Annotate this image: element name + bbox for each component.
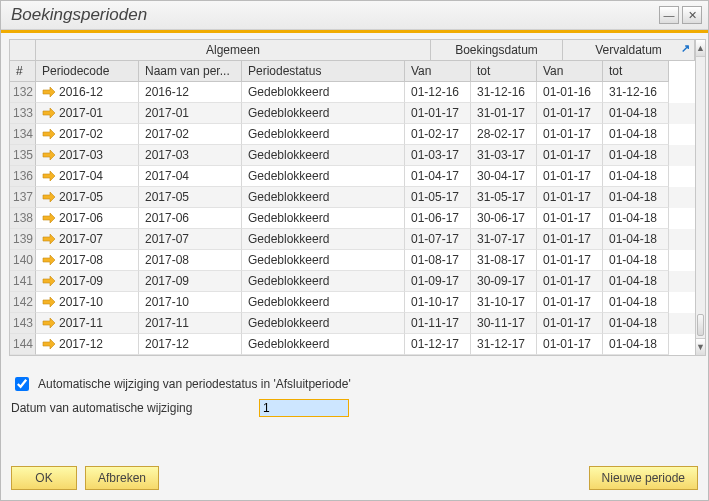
cell-boek-van[interactable]: 01-10-17 (405, 292, 471, 313)
col-boek-tot[interactable]: tot (471, 61, 537, 82)
table-row[interactable]: 1332017-012017-01Gedeblokkeerd01-01-1731… (10, 103, 695, 124)
cell-verval-tot[interactable]: 01-04-18 (603, 208, 669, 229)
scroll-up-button[interactable]: ▲ (696, 40, 705, 57)
drill-arrow-icon[interactable] (42, 170, 56, 182)
cell-verval-van[interactable]: 01-01-17 (537, 187, 603, 208)
cell-verval-tot[interactable]: 01-04-18 (603, 313, 669, 334)
cell-verval-van[interactable]: 01-01-17 (537, 250, 603, 271)
cell-boek-van[interactable]: 01-02-17 (405, 124, 471, 145)
cell-verval-tot[interactable]: 01-04-18 (603, 166, 669, 187)
cell-boek-tot[interactable]: 31-12-17 (471, 334, 537, 355)
cell-boek-tot[interactable]: 30-11-17 (471, 313, 537, 334)
cell-boek-tot[interactable]: 31-10-17 (471, 292, 537, 313)
cell-boek-tot[interactable]: 31-12-16 (471, 82, 537, 103)
cell-periodecode[interactable]: 2017-02 (36, 124, 139, 145)
table-row[interactable]: 1362017-042017-04Gedeblokkeerd01-04-1730… (10, 166, 695, 187)
drill-arrow-icon[interactable] (42, 86, 56, 98)
cell-periodecode[interactable]: 2017-10 (36, 292, 139, 313)
cell-periodename[interactable]: 2017-12 (139, 334, 242, 355)
cell-verval-tot[interactable]: 01-04-18 (603, 145, 669, 166)
cell-verval-van[interactable]: 01-01-16 (537, 82, 603, 103)
cell-periodestatus[interactable]: Gedeblokkeerd (242, 229, 405, 250)
col-verval-tot[interactable]: tot (603, 61, 669, 82)
cell-boek-tot[interactable]: 31-03-17 (471, 145, 537, 166)
cell-periodestatus[interactable]: Gedeblokkeerd (242, 103, 405, 124)
drill-arrow-icon[interactable] (42, 338, 56, 350)
cell-periodename[interactable]: 2017-04 (139, 166, 242, 187)
cell-boek-van[interactable]: 01-07-17 (405, 229, 471, 250)
cell-periodename[interactable]: 2017-09 (139, 271, 242, 292)
cell-boek-tot[interactable]: 31-01-17 (471, 103, 537, 124)
drill-arrow-icon[interactable] (42, 317, 56, 329)
cell-periodecode[interactable]: 2017-07 (36, 229, 139, 250)
cell-verval-tot[interactable]: 31-12-16 (603, 82, 669, 103)
cell-periodename[interactable]: 2017-05 (139, 187, 242, 208)
cell-verval-van[interactable]: 01-01-17 (537, 313, 603, 334)
cell-periodename[interactable]: 2017-11 (139, 313, 242, 334)
cell-verval-tot[interactable]: 01-04-18 (603, 250, 669, 271)
cell-verval-van[interactable]: 01-01-17 (537, 124, 603, 145)
cell-verval-van[interactable]: 01-01-17 (537, 166, 603, 187)
cell-periodename[interactable]: 2017-02 (139, 124, 242, 145)
cell-periodestatus[interactable]: Gedeblokkeerd (242, 187, 405, 208)
table-row[interactable]: 1352017-032017-03Gedeblokkeerd01-03-1731… (10, 145, 695, 166)
cell-periodecode[interactable]: 2017-01 (36, 103, 139, 124)
cell-periodename[interactable]: 2017-01 (139, 103, 242, 124)
drill-arrow-icon[interactable] (42, 275, 56, 287)
cell-verval-van[interactable]: 01-01-17 (537, 145, 603, 166)
cell-verval-van[interactable]: 01-01-17 (537, 334, 603, 355)
cell-boek-tot[interactable]: 31-07-17 (471, 229, 537, 250)
cell-boek-van[interactable]: 01-04-17 (405, 166, 471, 187)
col-periodename[interactable]: Naam van per... (139, 61, 242, 82)
auto-date-input[interactable] (259, 399, 349, 417)
cell-periodecode[interactable]: 2017-03 (36, 145, 139, 166)
cell-periodestatus[interactable]: Gedeblokkeerd (242, 82, 405, 103)
cell-boek-van[interactable]: 01-11-17 (405, 313, 471, 334)
cell-periodestatus[interactable]: Gedeblokkeerd (242, 334, 405, 355)
ok-button[interactable]: OK (11, 466, 77, 490)
drill-arrow-icon[interactable] (42, 212, 56, 224)
cell-boek-tot[interactable]: 31-08-17 (471, 250, 537, 271)
col-boek-van[interactable]: Van (405, 61, 471, 82)
cell-boek-tot[interactable]: 30-06-17 (471, 208, 537, 229)
link-arrow-icon[interactable]: ↗ (681, 42, 690, 55)
drill-arrow-icon[interactable] (42, 296, 56, 308)
new-period-button[interactable]: Nieuwe periode (589, 466, 698, 490)
table-row[interactable]: 1382017-062017-06Gedeblokkeerd01-06-1730… (10, 208, 695, 229)
auto-status-checkbox[interactable] (15, 377, 29, 391)
col-verval-van[interactable]: Van (537, 61, 603, 82)
scroll-track[interactable] (696, 57, 705, 338)
cell-boek-van[interactable]: 01-12-17 (405, 334, 471, 355)
table-row[interactable]: 1342017-022017-02Gedeblokkeerd01-02-1728… (10, 124, 695, 145)
cell-periodecode[interactable]: 2017-05 (36, 187, 139, 208)
table-row[interactable]: 1442017-122017-12Gedeblokkeerd01-12-1731… (10, 334, 695, 355)
cell-periodestatus[interactable]: Gedeblokkeerd (242, 292, 405, 313)
cell-verval-tot[interactable]: 01-04-18 (603, 334, 669, 355)
cell-verval-tot[interactable]: 01-04-18 (603, 124, 669, 145)
auto-status-label[interactable]: Automatische wijziging van periodestatus… (38, 377, 351, 391)
close-button[interactable]: ✕ (682, 6, 702, 24)
cell-periodename[interactable]: 2017-08 (139, 250, 242, 271)
cell-boek-van[interactable]: 01-05-17 (405, 187, 471, 208)
cell-periodename[interactable]: 2017-03 (139, 145, 242, 166)
cell-periodestatus[interactable]: Gedeblokkeerd (242, 145, 405, 166)
cell-periodecode[interactable]: 2017-12 (36, 334, 139, 355)
cell-periodestatus[interactable]: Gedeblokkeerd (242, 208, 405, 229)
table-row[interactable]: 1322016-122016-12Gedeblokkeerd01-12-1631… (10, 82, 695, 103)
cell-periodestatus[interactable]: Gedeblokkeerd (242, 313, 405, 334)
cell-boek-van[interactable]: 01-12-16 (405, 82, 471, 103)
table-row[interactable]: 1402017-082017-08Gedeblokkeerd01-08-1731… (10, 250, 695, 271)
drill-arrow-icon[interactable] (42, 107, 56, 119)
cell-periodecode[interactable]: 2017-11 (36, 313, 139, 334)
cell-periodecode[interactable]: 2017-08 (36, 250, 139, 271)
table-row[interactable]: 1392017-072017-07Gedeblokkeerd01-07-1731… (10, 229, 695, 250)
col-periodestatus[interactable]: Periodestatus (242, 61, 405, 82)
cell-boek-tot[interactable]: 30-09-17 (471, 271, 537, 292)
cell-verval-van[interactable]: 01-01-17 (537, 292, 603, 313)
cell-boek-van[interactable]: 01-08-17 (405, 250, 471, 271)
col-periodecode[interactable]: Periodecode (36, 61, 139, 82)
table-row[interactable]: 1372017-052017-05Gedeblokkeerd01-05-1731… (10, 187, 695, 208)
cell-verval-van[interactable]: 01-01-17 (537, 271, 603, 292)
cell-periodename[interactable]: 2016-12 (139, 82, 242, 103)
cell-periodename[interactable]: 2017-10 (139, 292, 242, 313)
